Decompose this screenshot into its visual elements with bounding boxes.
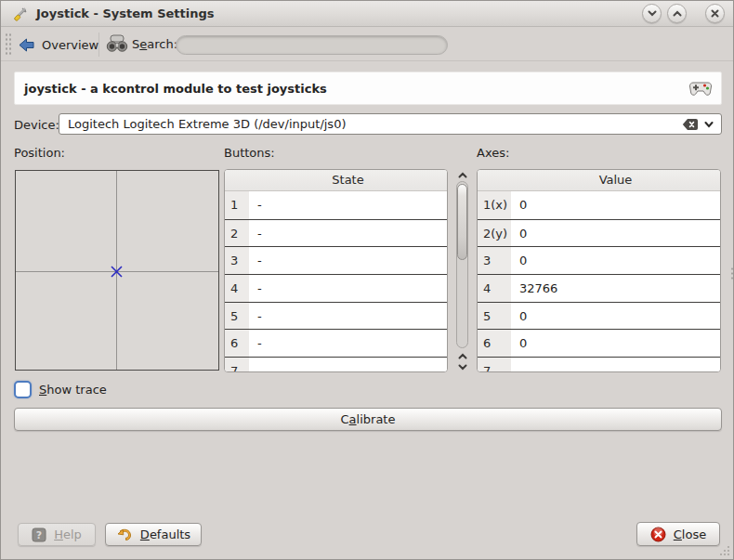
table-row[interactable]: 7- xyxy=(225,357,447,372)
table-row[interactable]: 50 xyxy=(478,302,720,330)
buttons-scrollbar[interactable] xyxy=(454,169,470,372)
device-label: Device: xyxy=(14,118,59,132)
defaults-button[interactable]: Defaults xyxy=(105,523,202,546)
close-button[interactable]: Close xyxy=(636,522,720,546)
chevron-up-icon xyxy=(673,10,682,17)
module-title: joystick - a kcontrol module to test joy… xyxy=(24,82,327,96)
binoculars-search-icon[interactable] xyxy=(106,33,128,54)
table-row[interactable]: 4- xyxy=(225,274,447,302)
value-column-header: Value xyxy=(511,173,720,187)
close-icon xyxy=(711,9,719,18)
table-row[interactable]: 432766 xyxy=(478,274,720,302)
table-row[interactable]: 5- xyxy=(225,302,447,330)
position-crosshair xyxy=(16,171,218,370)
chevron-up-icon xyxy=(458,353,467,359)
help-label: Help xyxy=(54,527,82,541)
state-column-header: State xyxy=(249,173,447,187)
scrollbar-groove[interactable] xyxy=(456,181,468,348)
table-row[interactable]: 1- xyxy=(225,191,447,219)
table-row[interactable]: 3- xyxy=(225,246,447,274)
show-trace-row: Show trace xyxy=(14,381,107,398)
table-row[interactable]: 2- xyxy=(225,219,447,247)
scrollbar-down-arrow[interactable] xyxy=(454,361,470,372)
show-trace-checkbox[interactable] xyxy=(14,381,32,398)
help-icon: ? xyxy=(32,527,46,542)
buttons-label: Buttons: xyxy=(224,146,275,160)
buttons-table-header: State xyxy=(225,170,447,191)
buttons-table: State 1- 2- 3- 4- 5- 6- 7- xyxy=(224,169,448,372)
window-minimize-button[interactable] xyxy=(642,4,662,23)
help-button[interactable]: ? Help xyxy=(18,523,96,546)
chevron-down-icon xyxy=(458,364,467,371)
search-label: Search: xyxy=(132,37,177,51)
titlebar[interactable]: Joystick - System Settings xyxy=(1,1,733,27)
scrollbar-thumb[interactable] xyxy=(457,184,467,260)
table-row[interactable]: 1(x)0 xyxy=(478,191,720,219)
joystick-settings-window: Joystick - System Settings Overview xyxy=(0,0,734,560)
window-maximize-button[interactable] xyxy=(667,4,687,23)
device-value: Logitech Logitech Extreme 3D (/dev/input… xyxy=(68,117,682,131)
axes-table: Value 1(x)0 2(y)0 30 432766 50 60 7 xyxy=(477,169,721,372)
search-input[interactable] xyxy=(176,35,448,55)
window-close-button[interactable] xyxy=(705,4,725,23)
close-label: Close xyxy=(674,527,706,541)
table-row[interactable]: 6- xyxy=(225,329,447,357)
calibrate-button[interactable]: Calibrate xyxy=(14,408,722,431)
toolbar-drag-handle[interactable] xyxy=(5,33,11,57)
scrollbar-up-arrow[interactable] xyxy=(454,169,470,180)
close-red-icon xyxy=(650,527,666,542)
clear-text-icon[interactable] xyxy=(682,118,699,131)
device-combobox[interactable]: Logitech Logitech Extreme 3D (/dev/input… xyxy=(59,113,722,135)
overview-label: Overview xyxy=(42,38,98,52)
show-trace-label: Show trace xyxy=(39,383,107,397)
toolbar: Overview Search: xyxy=(1,28,733,61)
table-row[interactable]: 60 xyxy=(478,329,720,357)
system-settings-tools-icon xyxy=(12,6,29,22)
undo-defaults-icon xyxy=(116,528,133,541)
gamepad-icon xyxy=(689,79,712,98)
table-row[interactable]: 7 xyxy=(478,357,720,372)
svg-text:?: ? xyxy=(36,529,42,541)
defaults-label: Defaults xyxy=(140,527,190,541)
table-row[interactable]: 2(y)0 xyxy=(478,219,720,247)
calibrate-label: Calibrate xyxy=(341,412,396,426)
axes-table-header: Value xyxy=(478,170,720,191)
combo-chevron-down-icon[interactable] xyxy=(703,119,714,130)
overview-button[interactable]: Overview xyxy=(18,32,98,58)
splitter-handle-dots[interactable] xyxy=(730,267,734,281)
module-header: joystick - a kcontrol module to test joy… xyxy=(14,72,722,105)
position-label: Position: xyxy=(14,146,65,160)
chevron-up-icon xyxy=(458,172,467,178)
back-arrow-icon xyxy=(18,37,35,53)
table-row[interactable]: 30 xyxy=(478,246,720,274)
resize-grip[interactable] xyxy=(718,544,730,556)
chevron-down-icon xyxy=(648,10,657,17)
axes-label: Axes: xyxy=(477,146,509,160)
toolbar-separator xyxy=(98,33,99,57)
joystick-position-pad xyxy=(15,170,219,371)
scrollbar-up-arrow-bottom[interactable] xyxy=(454,350,470,361)
window-title: Joystick - System Settings xyxy=(36,7,215,20)
